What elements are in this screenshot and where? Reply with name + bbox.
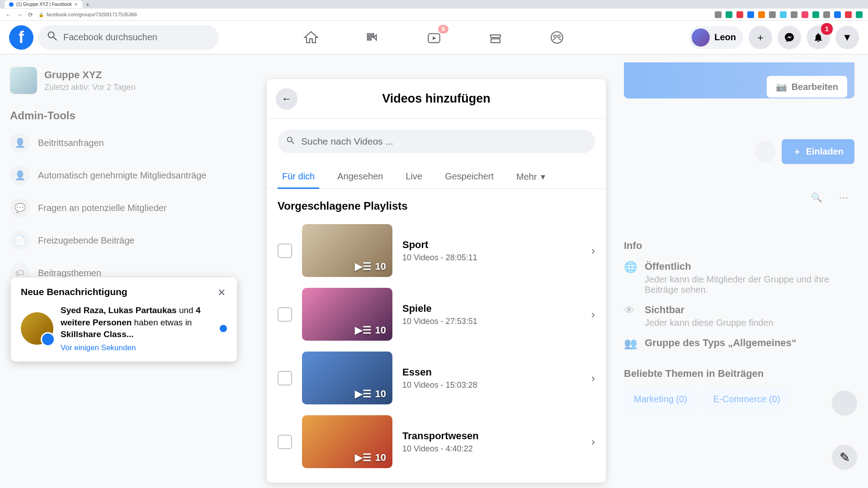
playlist-row[interactable]: ▶☰ 10 Spiele 10 Videos - 27:53:51 ›: [267, 282, 606, 346]
account-dropdown-button[interactable]: ▼: [835, 26, 859, 49]
video-count-badge: ▶☰ 10: [355, 261, 386, 272]
playlist-title: Transportwesen: [402, 430, 581, 442]
tab-title: (1) Gruppe XYZ | Facebook: [16, 2, 72, 7]
fb-favicon: [9, 2, 14, 7]
chevron-right-icon[interactable]: ›: [591, 436, 595, 448]
chevron-right-icon[interactable]: ›: [591, 244, 595, 257]
pages-icon[interactable]: [364, 29, 381, 46]
ext-icon[interactable]: [802, 11, 808, 18]
search-box[interactable]: Facebook durchsuchen: [38, 25, 219, 50]
playlist-thumb: ▶☰ 10: [302, 415, 392, 468]
ext-icon[interactable]: [769, 11, 776, 18]
facebook-logo[interactable]: f: [9, 25, 33, 50]
back-button[interactable]: ←: [276, 88, 297, 110]
playlist-info: Transportwesen 10 Videos - 4:40:22: [402, 430, 581, 454]
url-input[interactable]: 🔒 facebook.com/groups/732091717535366: [38, 12, 137, 17]
playlist-row[interactable]: ▶☰ 10 Transportwesen 10 Videos - 4:40:22…: [267, 410, 606, 474]
svg-point-3: [557, 35, 560, 38]
checkbox[interactable]: [278, 307, 292, 322]
forward-arrow-icon[interactable]: →: [17, 11, 23, 18]
search-placeholder: Suche nach Videos ...: [301, 136, 393, 147]
browser-tab[interactable]: (1) Gruppe XYZ | Facebook ×: [5, 0, 82, 8]
playlist-thumb: ▶☰ 10: [302, 352, 392, 404]
notifications-button[interactable]: 1: [807, 26, 830, 49]
playlist-thumb: ▶☰ 10: [302, 288, 392, 341]
playlist-info: Spiele 10 Videos - 27:53:51: [402, 303, 581, 326]
ext-icon[interactable]: [823, 11, 830, 18]
create-button[interactable]: ＋: [749, 26, 772, 49]
playlist-info: Essen 10 Videos - 15:03:28: [402, 366, 581, 390]
new-message-button[interactable]: ✎: [832, 445, 857, 470]
toast-avatar: [21, 312, 53, 345]
notification-toast[interactable]: Neue Benachrichtigung ✕ Syed Raza, Lukas…: [11, 277, 237, 361]
tab-for-you[interactable]: Für dich: [278, 165, 319, 188]
ext-icon[interactable]: [726, 11, 732, 18]
playlist-title: Sport: [402, 239, 581, 251]
unread-dot-icon: [220, 325, 227, 332]
search-icon: [286, 136, 296, 147]
chevron-down-icon: ▾: [541, 171, 545, 182]
ext-icon[interactable]: [715, 11, 722, 18]
checkbox[interactable]: [278, 435, 292, 449]
group-badge-icon: [41, 332, 55, 347]
checkbox[interactable]: [278, 244, 292, 258]
playlist-row[interactable]: ▶☰ 10 Sport 10 Videos - 28:05:11 ›: [267, 219, 606, 282]
profile-pill[interactable]: Leon: [689, 26, 743, 49]
tab-watched[interactable]: Angesehen: [333, 165, 387, 188]
chevron-right-icon[interactable]: ›: [591, 308, 595, 321]
url-text: facebook.com/groups/732091717535366: [47, 12, 137, 17]
playlist-meta: 10 Videos - 4:40:22: [402, 444, 581, 454]
playlist-meta: 10 Videos - 27:53:51: [402, 317, 581, 326]
ext-icon[interactable]: [834, 11, 841, 18]
ext-icon[interactable]: [780, 11, 787, 18]
center-nav: 9: [303, 29, 565, 46]
close-button[interactable]: ✕: [212, 284, 231, 302]
checkbox[interactable]: [278, 371, 292, 385]
video-count-badge: ▶☰ 10: [355, 324, 386, 336]
svg-point-2: [554, 35, 557, 38]
tab-close-icon[interactable]: ×: [75, 1, 78, 8]
svg-point-1: [551, 32, 563, 43]
playlist-row[interactable]: ▶☰ 10 Essen 10 Videos - 15:03:28 ›: [267, 346, 606, 410]
groups-icon[interactable]: [549, 29, 565, 46]
tab-bar: (1) Gruppe XYZ | Facebook × +: [0, 0, 868, 9]
chat-avatar[interactable]: [832, 390, 857, 416]
playlists-section-title: Vorgeschlagene Playlists: [267, 189, 606, 219]
fb-header: f Facebook durchsuchen 9 Leon ＋ 1 ▼: [0, 21, 868, 54]
watch-badge: 9: [438, 25, 448, 33]
profile-name: Leon: [714, 32, 736, 42]
back-arrow-icon[interactable]: ←: [5, 11, 11, 18]
toast-text: Syed Raza, Lukas Partaukas und 4 weitere…: [61, 305, 212, 341]
tab-label: Mehr: [516, 172, 537, 182]
new-tab-button[interactable]: +: [86, 1, 90, 8]
reload-icon[interactable]: ⟳: [28, 11, 33, 18]
tab-label: Live: [406, 171, 422, 181]
lock-icon: 🔒: [38, 12, 44, 17]
video-count-badge: ▶☰ 10: [355, 388, 386, 400]
tab-label: Angesehen: [337, 171, 383, 181]
tab-live[interactable]: Live: [401, 165, 427, 188]
home-icon[interactable]: [303, 29, 319, 46]
tab-more[interactable]: Mehr▾: [512, 165, 550, 188]
ext-icon[interactable]: [845, 11, 852, 18]
ext-icon[interactable]: [747, 11, 754, 18]
notification-badge: 1: [821, 23, 833, 35]
ext-icon[interactable]: [856, 11, 863, 18]
toast-title: Neue Benachrichtigung: [21, 286, 227, 297]
messenger-button[interactable]: [778, 26, 801, 49]
marketplace-icon[interactable]: [487, 29, 504, 46]
tab-saved[interactable]: Gespeichert: [440, 165, 498, 188]
watch-icon[interactable]: 9: [426, 29, 442, 46]
chevron-right-icon[interactable]: ›: [591, 372, 595, 385]
ext-icon[interactable]: [812, 11, 819, 18]
ext-icon[interactable]: [758, 11, 765, 18]
url-bar: ← → ⟳ 🔒 facebook.com/groups/732091717535…: [0, 9, 868, 20]
video-search-input[interactable]: Suche nach Videos ...: [278, 130, 595, 153]
ext-icon[interactable]: [736, 11, 743, 18]
tab-label: Für dich: [282, 171, 315, 181]
ext-icon[interactable]: [791, 11, 797, 18]
avatar: [692, 28, 710, 47]
modal-header: ← Videos hinzufügen: [267, 79, 606, 119]
playlist-title: Essen: [402, 366, 581, 378]
modal-tabs: Für dich Angesehen Live Gespeichert Mehr…: [267, 165, 606, 189]
